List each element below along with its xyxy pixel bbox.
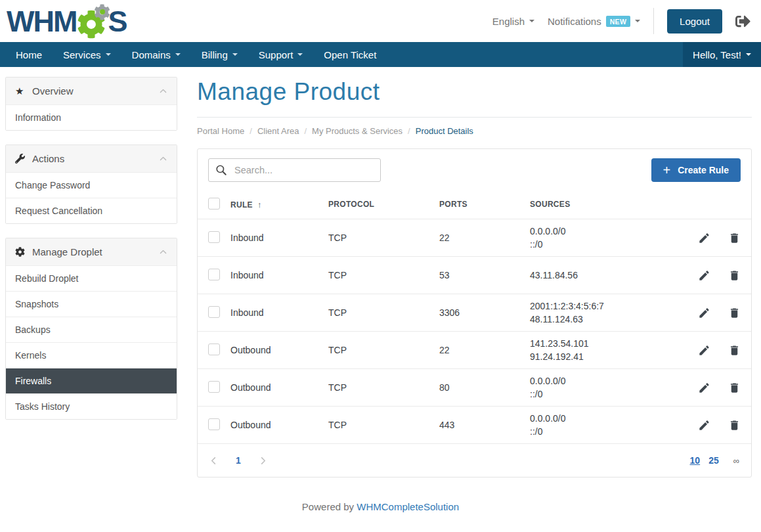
sources-cell: 0.0.0.0/0::/0 <box>530 374 678 401</box>
search-input[interactable] <box>233 164 374 176</box>
nav-item-billing[interactable]: Billing <box>191 42 248 67</box>
previous-page-icon[interactable] <box>209 456 218 465</box>
logo-text-whm: WHM <box>7 7 76 36</box>
ports-cell: 22 <box>439 233 530 243</box>
sources-cell: 2001:1:2:3:4:5:6:748.11.124.63 <box>530 299 678 326</box>
search-icon <box>215 164 227 176</box>
breadcrumb-my-products-services[interactable]: My Products & Services <box>312 126 402 136</box>
source-value: 141.23.54.101 <box>530 337 678 350</box>
trash-icon <box>728 307 741 319</box>
caret-down-icon <box>297 53 303 56</box>
plus-icon: + <box>663 166 671 175</box>
delete-rule-button[interactable] <box>728 307 741 319</box>
row-checkbox[interactable] <box>208 344 220 355</box>
row-checkbox[interactable] <box>208 269 220 280</box>
language-dropdown[interactable]: English <box>492 16 534 27</box>
caret-down-icon <box>232 53 238 56</box>
delete-rule-button[interactable] <box>728 269 741 282</box>
panel-actions: ActionsChange PasswordRequest Cancellati… <box>5 144 177 224</box>
panel-manage-droplet: Manage DropletRebuild DropletSnapshotsBa… <box>5 238 177 420</box>
language-label: English <box>492 16 525 27</box>
column-header-protocol[interactable]: PROTOCOL <box>328 200 439 209</box>
delete-rule-button[interactable] <box>728 344 741 357</box>
delete-rule-button[interactable] <box>728 382 741 394</box>
source-value: ::/0 <box>530 388 678 401</box>
sidebar-item-request-cancellation[interactable]: Request Cancellation <box>6 198 177 223</box>
breadcrumb-client-area[interactable]: Client Area <box>257 126 299 136</box>
create-rule-button[interactable]: + Create Rule <box>651 158 741 182</box>
rule-cell: Inbound <box>230 307 328 318</box>
logo-gear-icon <box>76 3 112 39</box>
source-value: ::/0 <box>530 425 678 438</box>
sidebar-item-backups[interactable]: Backups <box>6 317 177 342</box>
sidebar: ★OverviewInformationActionsChange Passwo… <box>5 77 177 433</box>
whmcompletesolution-link[interactable]: WHMCompleteSolution <box>357 501 459 512</box>
row-checkbox[interactable] <box>208 381 220 393</box>
search-box <box>208 158 381 182</box>
next-page-icon[interactable] <box>259 456 267 465</box>
sign-out-icon[interactable] <box>735 14 750 29</box>
sidebar-item-kernels[interactable]: Kernels <box>6 342 177 368</box>
breadcrumb-portal-home[interactable]: Portal Home <box>197 126 244 136</box>
table-row: Inbound TCP 53 43.11.84.56 <box>198 256 751 294</box>
column-header-sources[interactable]: SOURCES <box>530 200 678 209</box>
page-size-25[interactable]: 25 <box>708 455 719 466</box>
nav-item-services[interactable]: Services <box>53 42 121 67</box>
nav-item-label: Services <box>63 49 101 60</box>
source-value: 48.11.124.63 <box>530 313 678 326</box>
table-row: Inbound TCP 3306 2001:1:2:3:4:5:6:748.11… <box>198 294 751 331</box>
protocol-cell: TCP <box>328 270 439 280</box>
page-size-10[interactable]: 10 <box>690 455 701 466</box>
sources-cell: 0.0.0.0/0::/0 <box>530 412 678 438</box>
nav-item-domains[interactable]: Domains <box>121 42 191 67</box>
source-value: 43.11.84.56 <box>530 269 678 282</box>
source-value: 2001:1:2:3:4:5:6:7 <box>530 299 678 313</box>
pagination-bar: 1 1025∞ <box>198 443 751 477</box>
page-number[interactable]: 1 <box>236 455 241 466</box>
user-menu[interactable]: Hello, Test! <box>683 42 761 67</box>
edit-rule-button[interactable] <box>698 419 710 432</box>
whmcs-logo[interactable]: WHM S <box>7 3 126 39</box>
sidebar-item-tasks-history[interactable]: Tasks History <box>6 393 177 419</box>
sidebar-item-rebuild-droplet[interactable]: Rebuild Droplet <box>6 265 177 291</box>
nav-item-support[interactable]: Support <box>248 42 314 67</box>
ports-cell: 53 <box>439 270 530 280</box>
sidebar-item-firewalls[interactable]: Firewalls <box>6 368 177 393</box>
trash-icon <box>728 269 741 282</box>
edit-rule-button[interactable] <box>698 344 710 357</box>
delete-rule-button[interactable] <box>728 419 741 432</box>
nav-item-home[interactable]: Home <box>5 42 53 67</box>
rule-cell: Outbound <box>230 345 328 355</box>
table-header-row: RULE↑ PROTOCOL PORTS SOURCES <box>198 190 751 219</box>
panel-header-overview[interactable]: ★Overview <box>6 78 177 104</box>
delete-rule-button[interactable] <box>728 232 741 244</box>
row-checkbox[interactable] <box>208 231 220 243</box>
chevron-up-icon <box>159 154 167 163</box>
protocol-cell: TCP <box>328 307 439 318</box>
sidebar-item-change-password[interactable]: Change Password <box>6 172 177 198</box>
rule-cell: Outbound <box>230 382 328 393</box>
logout-button[interactable]: Logout <box>667 9 722 33</box>
sidebar-item-snapshots[interactable]: Snapshots <box>6 291 177 317</box>
source-value: 0.0.0.0/0 <box>530 412 678 425</box>
row-checkbox[interactable] <box>208 306 220 318</box>
column-header-rule[interactable]: RULE↑ <box>230 200 328 210</box>
pencil-icon <box>698 232 710 244</box>
infinite-scroll-option[interactable]: ∞ <box>733 456 739 466</box>
column-header-ports[interactable]: PORTS <box>439 200 530 209</box>
trash-icon <box>728 232 741 244</box>
notifications-dropdown[interactable]: Notifications NEW <box>548 16 640 27</box>
select-all-checkbox[interactable] <box>208 198 220 210</box>
panel-header-actions[interactable]: Actions <box>6 145 177 172</box>
rule-cell: Inbound <box>230 270 328 280</box>
row-checkbox[interactable] <box>208 418 220 430</box>
edit-rule-button[interactable] <box>698 232 710 244</box>
edit-rule-button[interactable] <box>698 269 710 282</box>
top-header: WHM S English Notifications NEW Logout <box>0 0 761 42</box>
sidebar-item-information[interactable]: Information <box>6 104 177 130</box>
edit-rule-button[interactable] <box>698 307 710 319</box>
page-title: Manage Product <box>197 77 752 118</box>
edit-rule-button[interactable] <box>698 382 710 394</box>
panel-header-manage-droplet[interactable]: Manage Droplet <box>6 238 177 265</box>
nav-item-open-ticket[interactable]: Open Ticket <box>313 42 387 67</box>
